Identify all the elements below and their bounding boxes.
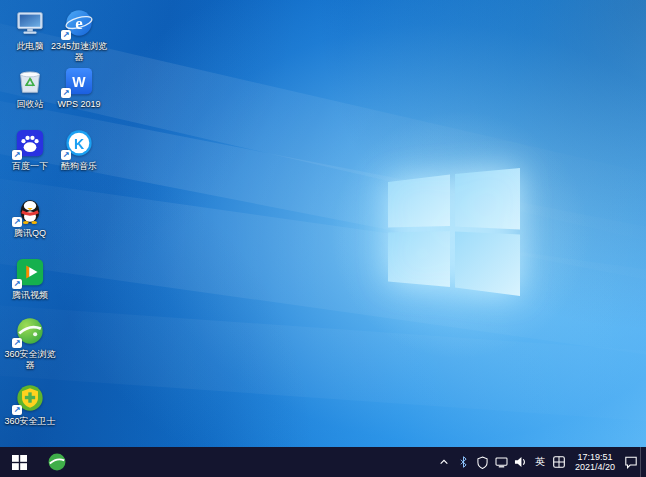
desktop-icon-360-safe[interactable]: ↗ 360安全卫士 — [1, 383, 59, 427]
desktop-icon-tencent-video[interactable]: ↗ 腾讯视频 — [1, 257, 59, 301]
light-beam — [0, 300, 646, 433]
desktop[interactable]: 此电脑 回收站 — [0, 0, 646, 447]
desktop-icon-kugou[interactable]: K ↗ 酷狗音乐 — [50, 128, 108, 172]
tray-expand-icon[interactable] — [436, 447, 453, 477]
taskbar: 英 17:19:51 2021/4/20 — [0, 447, 646, 477]
screen: 此电脑 回收站 — [0, 0, 646, 477]
system-tray: 英 17:19:51 2021/4/20 — [435, 447, 646, 477]
svg-text:W: W — [72, 74, 86, 90]
tencent-video-icon: ↗ — [15, 257, 45, 287]
taskbar-clock[interactable]: 17:19:51 2021/4/20 — [569, 452, 621, 473]
taskbar-app-360-browser[interactable] — [38, 447, 76, 477]
shortcut-arrow-icon: ↗ — [12, 279, 22, 289]
volume-icon[interactable] — [512, 447, 529, 477]
360-safe-icon: ↗ — [15, 383, 45, 413]
show-desktop-button[interactable] — [640, 447, 646, 477]
computer-icon — [15, 8, 45, 38]
light-beam — [0, 168, 646, 374]
shortcut-arrow-icon: ↗ — [12, 150, 22, 160]
windows-start-icon — [12, 455, 27, 470]
icon-label: 此电脑 — [17, 41, 44, 52]
icon-label: 回收站 — [17, 99, 44, 110]
start-button[interactable] — [0, 447, 38, 477]
kugou-icon: K ↗ — [64, 128, 94, 158]
clock-date: 2021/4/20 — [575, 462, 615, 473]
icon-label: 百度一下 — [12, 161, 48, 172]
desktop-icon-tencent-qq[interactable]: ↗ 腾讯QQ — [1, 195, 59, 239]
wps-icon: W ↗ — [64, 66, 94, 96]
icon-label: 腾讯视频 — [12, 290, 48, 301]
shortcut-arrow-icon: ↗ — [12, 405, 22, 415]
action-center-icon[interactable] — [622, 447, 639, 477]
recycle-bin-icon — [15, 66, 45, 96]
360-browser-icon: ↗ — [15, 316, 45, 346]
icon-label: 360安全卫士 — [4, 416, 55, 427]
taskbar-left — [0, 447, 76, 477]
security-shield-icon[interactable] — [474, 447, 491, 477]
clock-time: 17:19:51 — [575, 452, 615, 463]
windows-logo — [388, 168, 520, 296]
qq-icon: ↗ — [15, 195, 45, 225]
shortcut-arrow-icon: ↗ — [61, 150, 71, 160]
baidu-icon: ↗ — [15, 128, 45, 158]
ime-language-indicator[interactable]: 英 — [530, 447, 550, 477]
light-beam — [0, 86, 646, 294]
icon-label: 腾讯QQ — [14, 228, 46, 239]
bluetooth-icon[interactable] — [455, 447, 472, 477]
icon-label: 酷狗音乐 — [61, 161, 97, 172]
svg-text:K: K — [74, 136, 85, 152]
icon-label: 2345加速浏览器 — [50, 41, 108, 63]
ime-mode-icon[interactable] — [551, 447, 568, 477]
icon-label: 360安全浏览器 — [1, 349, 59, 371]
shortcut-arrow-icon: ↗ — [12, 338, 22, 348]
2345-browser-icon: e ↗ — [64, 8, 94, 38]
shortcut-arrow-icon: ↗ — [61, 88, 71, 98]
network-icon[interactable] — [493, 447, 510, 477]
shortcut-arrow-icon: ↗ — [12, 217, 22, 227]
shortcut-arrow-icon: ↗ — [61, 30, 71, 40]
desktop-icon-wps[interactable]: W ↗ WPS 2019 — [50, 66, 108, 110]
desktop-icon-360-browser[interactable]: ↗ 360安全浏览器 — [1, 316, 59, 371]
360-browser-icon — [47, 452, 67, 472]
icon-label: WPS 2019 — [57, 99, 100, 110]
desktop-icon-2345-browser[interactable]: e ↗ 2345加速浏览器 — [50, 8, 108, 63]
